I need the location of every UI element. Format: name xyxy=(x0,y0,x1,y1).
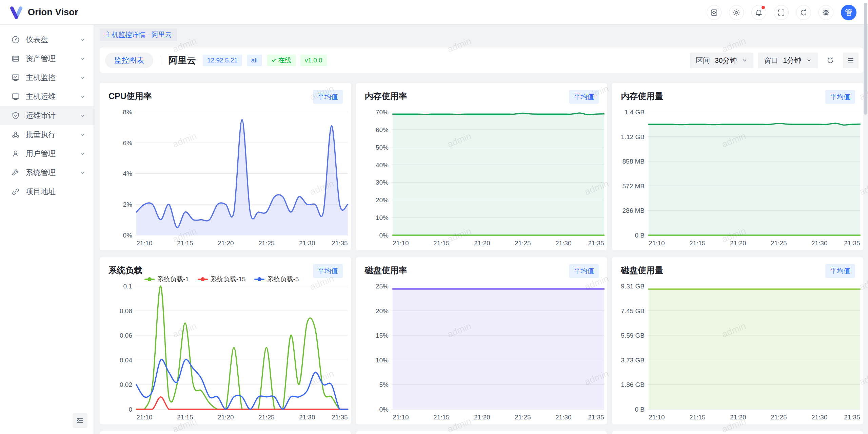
sidebar-collapse-button[interactable] xyxy=(73,413,87,428)
svg-text:21:15: 21:15 xyxy=(433,240,450,247)
monitor-chart-icon xyxy=(11,73,20,82)
svg-text:0%: 0% xyxy=(379,406,389,413)
chart-canvas: 0%10%20%30%40%50%60%70%21:1021:1521:2021… xyxy=(356,83,607,250)
svg-text:21:25: 21:25 xyxy=(515,414,531,421)
svg-text:572 MB: 572 MB xyxy=(623,183,645,190)
host-title: 阿里云 xyxy=(169,54,196,67)
svg-text:7.45 GB: 7.45 GB xyxy=(621,307,645,315)
chevron-down-icon xyxy=(79,150,86,157)
chart-config-button[interactable] xyxy=(843,53,859,68)
sidebar-item-dashboard[interactable]: 仪表盘 xyxy=(0,30,94,49)
svg-text:21:30: 21:30 xyxy=(299,414,315,421)
svg-text:10%: 10% xyxy=(376,214,389,221)
bell-icon xyxy=(755,9,763,16)
legend-item[interactable]: 系统负载-1 xyxy=(144,275,189,284)
fullscreen-button[interactable] xyxy=(774,5,789,20)
interval-select[interactable]: 区间 30分钟 xyxy=(690,53,753,68)
chart-canvas: 0 B286 MB572 MB858 MB1.12 GB1.4 GB21:102… xyxy=(612,83,863,250)
legend-label: 系统负载-15 xyxy=(211,275,245,284)
refresh-icon xyxy=(800,9,807,16)
svg-text:0.1: 0.1 xyxy=(123,283,132,290)
svg-text:21:15: 21:15 xyxy=(689,240,706,247)
sidebar-item-label: 项目地址 xyxy=(26,187,56,197)
svg-text:21:35: 21:35 xyxy=(332,414,348,421)
svg-text:21:30: 21:30 xyxy=(555,414,572,421)
link-icon xyxy=(11,187,20,196)
sidebar-item-host-monitor[interactable]: 主机监控 xyxy=(0,68,94,87)
brightness-icon xyxy=(733,9,740,16)
svg-text:0.06: 0.06 xyxy=(120,332,132,339)
status-badge: 在线 xyxy=(267,55,296,66)
svg-text:60%: 60% xyxy=(376,126,389,133)
chart-card-partial xyxy=(100,431,351,434)
sidebar-item-batch-exec[interactable]: 批量执行 xyxy=(0,125,94,144)
svg-text:3.73 GB: 3.73 GB xyxy=(621,357,645,364)
svg-text:21:25: 21:25 xyxy=(771,414,787,421)
legend-item[interactable]: 系统负载-15 xyxy=(198,275,245,284)
svg-text:21:20: 21:20 xyxy=(474,240,490,247)
svg-text:0.04: 0.04 xyxy=(120,357,132,364)
tab-monitor-charts[interactable]: 监控图表 xyxy=(105,53,153,68)
svg-text:21:25: 21:25 xyxy=(258,240,275,247)
chevron-down-icon xyxy=(742,57,748,63)
svg-text:21:35: 21:35 xyxy=(588,240,604,247)
svg-text:21:30: 21:30 xyxy=(811,414,828,421)
toolbar: 监控图表 阿里云 12.92.5.21 ali 在线 v1.0.0 区间 30分… xyxy=(100,48,863,73)
chart-canvas: 0%5%10%15%20%25%21:1021:1521:2021:2521:3… xyxy=(356,257,607,424)
chevron-down-icon xyxy=(79,131,86,138)
svg-text:0%: 0% xyxy=(379,232,389,239)
svg-text:1.12 GB: 1.12 GB xyxy=(621,133,645,140)
user-icon xyxy=(11,149,20,158)
svg-text:20%: 20% xyxy=(376,307,389,315)
chevron-down-icon xyxy=(79,93,86,100)
chart-canvas: 0%2%4%6%8%21:1021:1521:2021:2521:3021:35 xyxy=(100,83,351,250)
svg-text:0%: 0% xyxy=(123,232,133,239)
sidebar-item-project-link[interactable]: 项目地址 xyxy=(0,182,94,201)
svg-text:0.02: 0.02 xyxy=(120,381,132,388)
chevron-down-icon xyxy=(79,36,86,43)
host-code-chip: ali xyxy=(247,55,262,66)
sidebar-item-assets[interactable]: 资产管理 xyxy=(0,49,94,68)
shield-check-icon xyxy=(11,111,20,120)
charts-refresh-button[interactable] xyxy=(823,53,838,68)
sidebar-item-label: 仪表盘 xyxy=(26,35,48,45)
refresh-button[interactable] xyxy=(796,5,811,20)
sidebar-item-system-management[interactable]: 系统管理 xyxy=(0,163,94,182)
svg-text:9.31 GB: 9.31 GB xyxy=(621,283,645,290)
sidebar-item-ops-audit[interactable]: 运维审计 xyxy=(0,106,94,125)
version-chip: v1.0.0 xyxy=(300,55,327,66)
svg-text:21:25: 21:25 xyxy=(258,414,275,421)
svg-text:1.86 GB: 1.86 GB xyxy=(621,381,645,388)
page-scrollbar-thumb[interactable] xyxy=(864,3,867,115)
logo-v-icon xyxy=(9,5,24,20)
code-button[interactable] xyxy=(707,5,722,20)
svg-text:21:10: 21:10 xyxy=(393,240,409,247)
chart-card-cpu-usage: CPU使用率 平均值 0%2%4%6%8%21:1021:1521:2021:2… xyxy=(100,83,351,250)
svg-text:20%: 20% xyxy=(376,196,389,204)
toolbar-controls: 区间 30分钟 窗口 1分钟 xyxy=(690,53,859,68)
app-logo[interactable]: Orion Visor xyxy=(0,5,78,20)
svg-text:21:35: 21:35 xyxy=(844,240,860,247)
breadcrumb[interactable]: 主机监控详情 - 阿里云 xyxy=(100,29,177,41)
sidebar-item-user-management[interactable]: 用户管理 xyxy=(0,144,94,163)
settings-button[interactable] xyxy=(818,5,833,20)
chevron-down-icon xyxy=(79,169,86,176)
svg-text:21:10: 21:10 xyxy=(649,414,665,421)
user-avatar[interactable]: 管 xyxy=(841,5,856,20)
svg-text:0.08: 0.08 xyxy=(120,307,132,315)
svg-text:21:30: 21:30 xyxy=(555,240,572,247)
svg-text:0: 0 xyxy=(129,406,132,413)
svg-text:21:30: 21:30 xyxy=(299,240,315,247)
theme-button[interactable] xyxy=(729,5,744,20)
legend-marker-icon xyxy=(144,279,155,280)
svg-text:2%: 2% xyxy=(123,201,133,208)
svg-text:21:25: 21:25 xyxy=(515,240,531,247)
svg-text:21:20: 21:20 xyxy=(218,240,234,247)
svg-text:21:10: 21:10 xyxy=(136,414,153,421)
sidebar: 仪表盘 资产管理 主机监控 主机运维 xyxy=(0,25,94,434)
legend-item[interactable]: 系统负载-5 xyxy=(254,275,299,284)
notifications-button[interactable] xyxy=(751,5,766,20)
sidebar-item-label: 批量执行 xyxy=(26,130,56,140)
sidebar-item-host-ops[interactable]: 主机运维 xyxy=(0,87,94,106)
window-select[interactable]: 窗口 1分钟 xyxy=(758,53,818,68)
